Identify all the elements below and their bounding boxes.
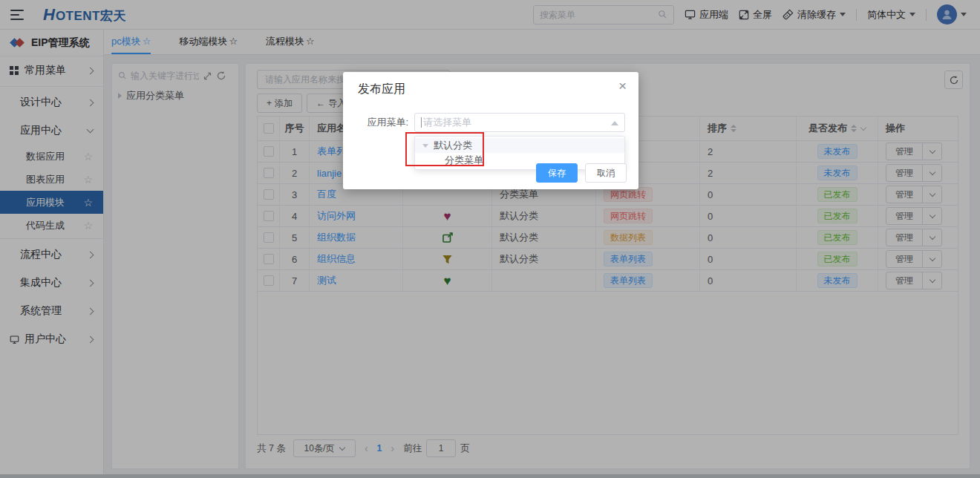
dialog-title: 发布应用 bbox=[358, 82, 405, 97]
menu-option-label: 分类菜单 bbox=[445, 154, 483, 167]
caret-down-icon[interactable] bbox=[422, 144, 428, 148]
menu-option-label: 默认分类 bbox=[434, 139, 472, 152]
select-placeholder: 请选择菜单 bbox=[423, 116, 471, 129]
publish-app-dialog: 发布应用 × 应用菜单: 请选择菜单 默认分类分类菜单 保存 取消 bbox=[343, 72, 638, 189]
app-menu-field-label: 应用菜单: bbox=[343, 113, 408, 132]
save-button[interactable]: 保存 bbox=[536, 163, 578, 183]
caret-up-icon bbox=[611, 121, 618, 125]
dialog-footer: 保存 取消 bbox=[536, 163, 627, 183]
text-cursor bbox=[421, 117, 422, 128]
close-icon[interactable]: × bbox=[618, 78, 627, 94]
app-menu-select[interactable]: 请选择菜单 bbox=[414, 113, 625, 132]
cancel-button[interactable]: 取消 bbox=[585, 163, 627, 183]
menu-option-默认分类[interactable]: 默认分类 bbox=[415, 138, 624, 153]
app-window: H OTENT宏天 应用端 全屏 清除缓存 简体中文 bbox=[0, 0, 980, 478]
